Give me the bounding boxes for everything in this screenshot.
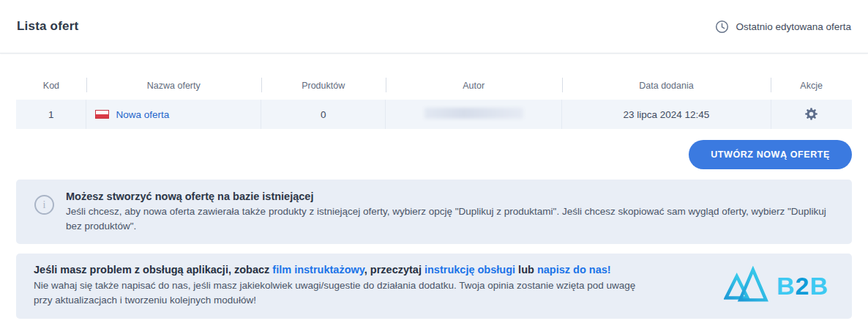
help-intro: Jeśli masz problem z obsługą aplikacji, … — [34, 264, 272, 276]
cell-data-dodania: 23 lipca 2024 12:45 — [562, 100, 771, 129]
cell-autor — [386, 100, 562, 129]
b2b-logo: B2B — [724, 266, 833, 306]
last-edited-offer-label: Ostatnio edytowana oferta — [736, 21, 851, 32]
help-line: Jeśli masz problem z obsługą aplikacji, … — [34, 264, 652, 276]
column-header-akcje: Akcje — [771, 76, 852, 100]
help-box: Jeśli masz problem z obsługą aplikacji, … — [16, 254, 852, 319]
offer-name-link[interactable]: Nowa oferta — [116, 109, 169, 120]
offers-table: Kod Nazwa oferty Produktów Autor Data do… — [16, 76, 852, 129]
cell-nazwa-oferty: Nowa oferta — [86, 100, 261, 129]
info-circle-icon: i — [34, 195, 54, 215]
b2b-mountains-icon — [724, 266, 769, 306]
manual-link[interactable]: instrukcję obsługi — [424, 264, 515, 276]
column-header-kod: Kod — [16, 76, 86, 100]
gear-icon — [804, 112, 818, 123]
clock-icon — [715, 20, 729, 34]
column-header-autor: Autor — [386, 76, 562, 100]
contact-us-link[interactable]: napisz do nas! — [537, 264, 611, 276]
author-redacted-blur — [424, 108, 523, 119]
column-header-data-dodania: Data dodania — [562, 76, 771, 100]
button-row: UTWÓRZ NOWĄ OFERTĘ — [16, 140, 852, 169]
cell-produktow: 0 — [261, 100, 386, 129]
page-title: Lista ofert — [17, 19, 78, 34]
main-content: Kod Nazwa oferty Produktów Autor Data do… — [0, 76, 868, 319]
top-header-bar: Lista ofert Ostatnio edytowana oferta — [0, 0, 868, 53]
b2b-logo-text: B2B — [777, 273, 828, 298]
info-box-title: Możesz stworzyć nową ofertę na bazie ist… — [66, 191, 837, 202]
table-header-row: Kod Nazwa oferty Produktów Autor Data do… — [16, 76, 852, 100]
poland-flag-icon — [95, 110, 109, 119]
column-header-nazwa-oferty: Nazwa oferty — [86, 76, 261, 100]
last-edited-offer-button[interactable]: Ostatnio edytowana oferta — [715, 20, 851, 34]
cell-akcje — [771, 100, 852, 129]
info-box-text: Możesz stworzyć nową ofertę na bazie ist… — [66, 191, 837, 233]
video-tutorial-link[interactable]: film instruktażowy — [272, 264, 364, 276]
help-separator-2: lub — [515, 264, 537, 276]
table-row: 1 Nowa oferta 0 23 lipca 2024 12:45 — [16, 100, 852, 129]
help-separator-1: , przeczytaj — [364, 264, 424, 276]
info-box: i Możesz stworzyć nową ofertę na bazie i… — [16, 180, 852, 244]
help-paragraph: Nie wahaj się także napisać do nas, jeśl… — [34, 278, 652, 308]
cell-kod: 1 — [16, 100, 86, 129]
column-header-produktow: Produktów — [261, 76, 386, 100]
create-new-offer-button[interactable]: UTWÓRZ NOWĄ OFERTĘ — [689, 140, 852, 169]
row-actions-button[interactable] — [803, 106, 820, 122]
info-box-body: Jeśli chcesz, aby nowa oferta zawierała … — [66, 204, 837, 233]
help-box-text: Jeśli masz problem z obsługą aplikacji, … — [34, 264, 652, 308]
